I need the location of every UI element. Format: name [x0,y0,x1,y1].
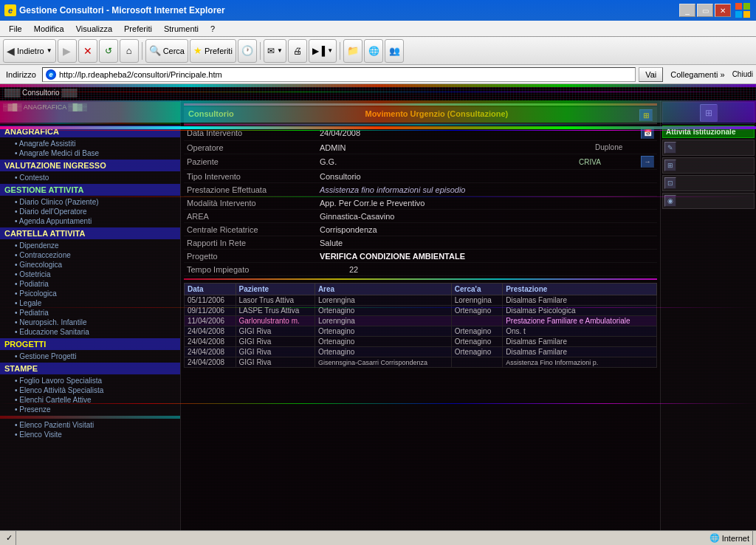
address-input-container[interactable]: e [42,67,636,82]
sidebar-item-agenda[interactable]: • Agenda Appuntamenti [0,216,180,226]
sidebar-item-podiatria[interactable]: • Podiatria [0,279,180,289]
cell-paziente: Garlonulstranto m. [236,316,315,326]
sidebar-item-legale[interactable]: • Legale [0,298,180,308]
favorites-button[interactable]: ★ Preferiti [190,39,236,63]
star-icon: ★ [193,45,202,56]
panel-icon-symbol: ⊞ [705,108,712,118]
sidebar-item-ostetricia[interactable]: • Ostetricia [0,270,180,279]
sidebar-corrupt-divider [0,416,180,419]
attivita-istituzionale-button[interactable]: Attività Istituzionale [662,126,755,138]
right-panel-btn-3[interactable]: ⊡ [662,175,755,191]
menu-modifica[interactable]: Modifica [28,23,70,35]
go-button[interactable]: Vai [639,67,663,82]
cell-area: Ortenagino [315,326,451,337]
zone-icon: 🌐 [709,533,720,543]
sidebar-item-ginecologica[interactable]: • Ginecologica [0,260,180,270]
form-header: Consultorio Movimento Urgenzio (Consulta… [184,107,657,124]
sidebar-item-foglio[interactable]: • Foglio Lavoro Specialista [0,376,180,385]
forward-button[interactable]: ▶ [58,39,77,63]
table-row[interactable]: 09/11/2006 LASPE Trus Attiva Ortenagino … [185,306,657,316]
media-button[interactable]: ▶▐ ▼ [309,39,337,63]
menu-preferiti[interactable]: Preferiti [118,23,158,35]
sidebar-item-dipendenze[interactable]: • Dipendenze [0,241,180,250]
value-prestazione: Assistenza fino informazioni sul episodi… [320,185,654,194]
links-section[interactable]: Collegamenti » [666,70,729,79]
sidebar-section-anagrafica[interactable]: ANAGRAFICA [0,126,180,137]
table-row[interactable]: 24/04/2008 GIGI Riva Ortenagino Ortenagi… [185,326,657,337]
cell-prestazione: Disalmas Familare [503,337,657,347]
search-button[interactable]: 🔍 Cerca [145,39,188,63]
table-row-corrupt[interactable]: 11/04/2006 Garlonulstranto m. Lorenngina… [185,316,657,326]
sidebar-item-elenco-visite[interactable]: • Elenco Visite [0,430,180,439]
close-button[interactable]: ✕ [715,4,731,17]
sidebar-section-gestione[interactable]: GESTIONE ATTIVITA [0,184,180,196]
right-panel-btn-2[interactable]: ⊞ [662,157,755,174]
table-row[interactable]: 05/11/2006 Lasor Trus Attiva Lorenngina … [185,295,657,306]
media-icon: ▶▐ [312,46,326,56]
restore-button[interactable]: ▭ [697,4,713,17]
tab-item[interactable]: ▒▒▒ Consultorio ▒▒▒ [0,87,82,98]
address-input[interactable] [59,70,632,79]
sidebar-item-gestione-progetti[interactable]: • Gestione Progetti [0,352,180,361]
network-button[interactable]: 🌐 [364,39,383,63]
sidebar-item-educazione[interactable]: • Educazione Sanitaria [0,327,180,337]
address-label: Indirizzo [3,70,39,79]
table-row[interactable]: 24/04/2008 GIGI Riva Ortenagino Ortenagi… [185,347,657,357]
main-layout: ▒▓█▒ ANAGRAFICA ▒█▓▒ ANAGRAFICA • Anagra… [0,100,756,530]
table-row[interactable]: 24/04/2008 GIGI Riva Ortenagino Ortenagi… [185,337,657,347]
stop-button[interactable]: ✕ [78,39,97,63]
history-button[interactable]: 🕐 [238,39,257,63]
data-table: Data Paziente Area Cerca'a Prestazione 0… [184,283,657,368]
menu-strumenti[interactable]: Strumenti [158,23,205,35]
folders-button[interactable]: 📁 [343,39,362,63]
sidebar-item-presenze[interactable]: • Presenze [0,405,180,414]
sidebar-item-elenco-attivita[interactable]: • Elenco Attività Specialista [0,385,180,395]
mail-button[interactable]: ✉ ▼ [264,39,286,63]
cell-prestazione: Disalmas Familare [503,295,657,306]
sidebar-item-medici[interactable]: • Anagrafe Medici di Base [0,148,180,158]
sidebar-section-cartella[interactable]: CARTELLA ATTIVITA [0,227,180,239]
print-button[interactable]: 🖨 [288,39,307,63]
edit-btn-paziente[interactable]: → [641,156,654,168]
right-panel-btn-1[interactable]: ✎ [662,140,755,156]
back-button[interactable]: ◀ Indietro ▼ [3,39,56,63]
cell-area: Ortenagino [315,337,451,347]
sidebar-section-valutazione[interactable]: VALUTAZIONE INGRESSO [0,160,180,171]
status-zone: 🌐 Internet [707,531,753,545]
messenger-button[interactable]: 👥 [385,39,404,63]
label-tempo: Tempo Impiegato [187,265,320,274]
sidebar-item-pediatria[interactable]: • Pediatria [0,308,180,318]
label-modalita: Modalità Intervento [187,199,320,208]
sidebar-item-assistiti[interactable]: • Anagrafe Assistiti [0,139,180,148]
sidebar-item-contraccezione[interactable]: • Contraccezione [0,250,180,260]
minimize-button[interactable]: _ [679,4,695,17]
sidebar-item-elenchi-cartelle[interactable]: • Elenchi Cartelle Attive [0,395,180,405]
menu-file[interactable]: File [3,23,28,35]
form-row-progetto: Progetto VERIFICA CONDIZIONE AMBIENTALE [184,250,657,263]
attivita-label: Attività Istituzionale [666,128,735,136]
table-row[interactable]: 24/04/2008 GIGI Riva Gisennsgina-Casarri… [185,357,657,368]
home-button[interactable]: ⌂ [120,39,139,63]
bullet-icon-15: • [15,318,19,326]
sidebar-item-diario-operatore[interactable]: • Diario dell'Operatore [0,207,180,216]
menu-help[interactable]: ? [205,23,221,35]
form-row-tempo: Tempo Impiegato 22 [184,263,657,276]
close-sidebar-button[interactable]: Chiudi [732,70,753,78]
right-panel-btn-4[interactable]: ◉ [662,193,755,209]
tab-strip: ▒▒▒ Consultorio ▒▒▒ [0,84,756,100]
header-icon[interactable]: ⊞ [639,109,653,121]
icon-sym-1: ✎ [667,144,673,151]
right-panel-icon-area: ⊞ [662,102,755,124]
sidebar-section-stampe[interactable]: STAMPE [0,363,180,374]
sidebar-item-neuropsich[interactable]: • Neuropsich. Infantile [0,318,180,327]
menu-visualizza[interactable]: Visualizza [70,23,118,35]
sidebar-item-contesto[interactable]: • Contesto [0,173,180,182]
sidebar-item-elenco-pazienti[interactable]: • Elenco Pazienti Visitati [0,420,180,430]
sidebar-item-psicologica[interactable]: • Psicologica [0,289,180,298]
refresh-button[interactable]: ↺ [99,39,118,63]
edit-btn-data[interactable]: 📅 [641,127,654,139]
window-title: Gestione Consultori - Microsoft Internet… [19,5,225,16]
sidebar-section-progetti[interactable]: PROGETTI [0,338,180,350]
sidebar-item-diario-clinico[interactable]: • Diario Clinico (Paziente) [0,197,180,207]
right-panel-icon[interactable]: ⊞ [700,104,718,122]
